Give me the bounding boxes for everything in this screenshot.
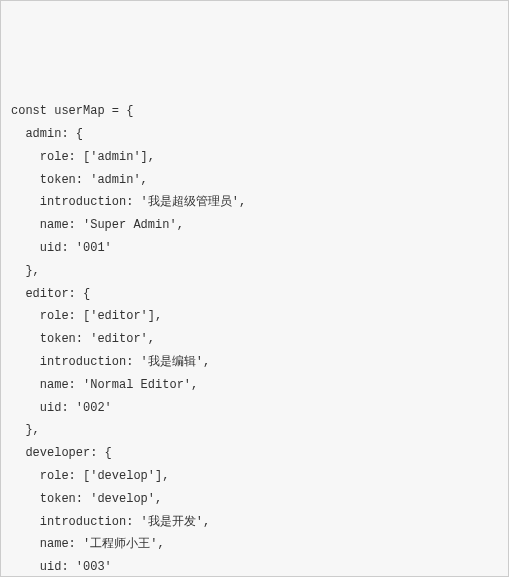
- code-line: introduction: '我是开发',: [11, 511, 498, 534]
- code-line: token: 'develop',: [11, 488, 498, 511]
- code-line: uid: '003': [11, 556, 498, 577]
- code-line: },: [11, 419, 498, 442]
- code-line: token: 'editor',: [11, 328, 498, 351]
- code-line: uid: '001': [11, 237, 498, 260]
- code-line: role: ['develop'],: [11, 465, 498, 488]
- code-line: name: 'Normal Editor',: [11, 374, 498, 397]
- code-line: name: '工程师小王',: [11, 533, 498, 556]
- code-line: },: [11, 260, 498, 283]
- code-line: introduction: '我是编辑',: [11, 351, 498, 374]
- code-line: const userMap = {: [11, 100, 498, 123]
- code-block: const userMap = { admin: { role: ['admin…: [11, 100, 498, 577]
- code-line: uid: '002': [11, 397, 498, 420]
- code-line: role: ['admin'],: [11, 146, 498, 169]
- code-line: introduction: '我是超级管理员',: [11, 191, 498, 214]
- code-line: developer: {: [11, 442, 498, 465]
- code-line: admin: {: [11, 123, 498, 146]
- code-line: editor: {: [11, 283, 498, 306]
- code-line: name: 'Super Admin',: [11, 214, 498, 237]
- code-line: token: 'admin',: [11, 169, 498, 192]
- code-line: role: ['editor'],: [11, 305, 498, 328]
